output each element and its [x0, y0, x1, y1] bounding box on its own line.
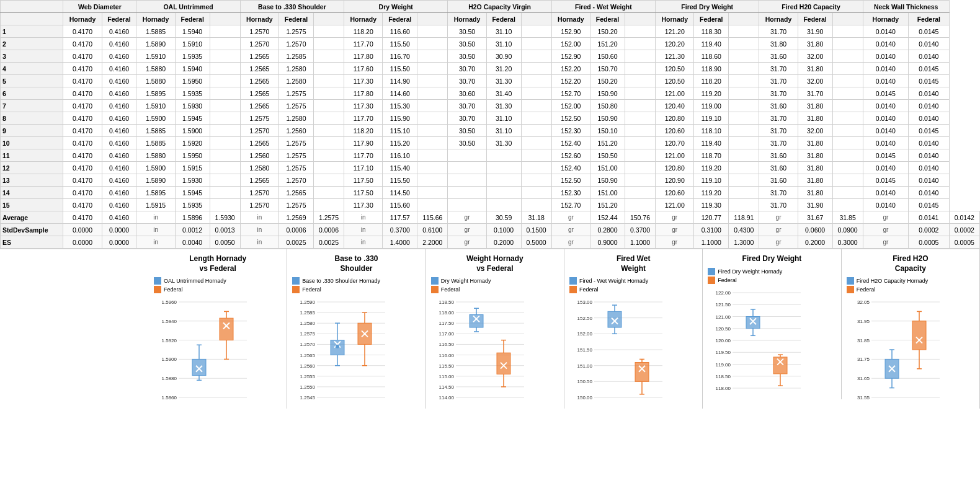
- dry-federal-subheader: Federal: [383, 13, 417, 25]
- neck-hornady-subheader: Hornady: [863, 13, 908, 25]
- table-cell: 117.70: [344, 149, 383, 162]
- table-row: 10.41700.41601.58851.59401.25701.2575118…: [1, 25, 980, 38]
- table-cell: 119.10: [694, 174, 729, 187]
- table-cell: 31.10: [486, 25, 521, 38]
- dry-unit: [417, 13, 448, 25]
- average-label: Average: [1, 211, 63, 224]
- table-cell: [729, 137, 759, 149]
- table-cell: 121.30: [656, 50, 694, 63]
- legend-item: Federal: [708, 277, 737, 284]
- table-row: 70.41700.41601.59101.59301.25651.2575117…: [1, 100, 980, 112]
- table-cell: [625, 199, 655, 211]
- table-cell: 1.2585: [279, 50, 314, 63]
- oal-unit: [210, 13, 240, 25]
- table-cell: 31.80: [798, 100, 832, 112]
- stat-cell: gr: [759, 236, 798, 249]
- table-cell: 151.00: [590, 162, 625, 174]
- table-cell: [521, 63, 551, 75]
- table-cell: [210, 112, 240, 125]
- table-cell: [729, 125, 759, 137]
- dry-weight-header: Dry Weight: [344, 1, 448, 13]
- svg-rect-85: [470, 315, 483, 328]
- table-cell: 1.5910: [136, 50, 175, 63]
- table-cell: [729, 199, 759, 211]
- chart-cell-3: Fired Wet WeightFired - Wet Weight Horna…: [564, 249, 703, 409]
- svg-text:152.00: 152.00: [577, 332, 593, 337]
- es-row: ES0.00000.0000in0.00400.0050in0.00250.00…: [1, 236, 980, 249]
- legend-color: [847, 286, 854, 293]
- table-cell: 1.5950: [175, 149, 210, 162]
- legend-item: Federal: [847, 286, 876, 293]
- corner-cell: [1, 1, 63, 13]
- table-cell: 1.2575: [279, 199, 314, 211]
- table-cell: [313, 25, 344, 38]
- table-cell: [521, 112, 551, 125]
- stat-cell: in: [240, 236, 278, 249]
- legend-color: [292, 286, 300, 293]
- row-number: 15: [1, 199, 63, 211]
- table-cell: 120.40: [656, 100, 694, 112]
- table-cell: 0.4160: [102, 199, 136, 211]
- table-cell: [210, 125, 240, 137]
- table-cell: [625, 187, 655, 199]
- legend-item: Base to .330 Shoulder Hornady: [292, 277, 380, 285]
- stat-cell: 0.4300: [729, 224, 759, 236]
- table-cell: 1.2570: [279, 38, 314, 50]
- table-cell: [832, 75, 863, 87]
- svg-text:122.00: 122.00: [716, 290, 731, 296]
- legend-item: Fired Dry Weight Hornady: [708, 268, 782, 275]
- table-cell: 1.2575: [279, 162, 314, 174]
- table-cell: 0.0145: [909, 125, 950, 137]
- chart-title-1: Base to .330 Shoulder: [292, 254, 420, 273]
- charts-section: Length Hornady vs FederalOAL Untrimmed H…: [0, 249, 980, 409]
- table-cell: 31.10: [486, 38, 521, 50]
- svg-text:119.00: 119.00: [716, 361, 731, 367]
- table-cell: 1.2570: [240, 199, 278, 211]
- table-cell: 0.0145: [863, 87, 908, 100]
- table-cell: 1.2565: [240, 174, 278, 187]
- chart-legend-5: Fired H2O Capacity HornadyFederal: [847, 277, 974, 294]
- table-cell: [417, 50, 448, 63]
- table-cell: [210, 25, 240, 38]
- table-cell: 0.4170: [63, 162, 102, 174]
- table-cell: 115.50: [383, 38, 417, 50]
- fireddry-federal-subheader: Federal: [694, 13, 729, 25]
- table-cell: [625, 149, 655, 162]
- table-cell: 0.0140: [909, 149, 950, 162]
- table-cell: 1.2575: [279, 137, 314, 149]
- table-cell: 1.5880: [136, 149, 175, 162]
- stat-cell: 31.85: [832, 211, 863, 224]
- svg-text:31.65: 31.65: [857, 376, 870, 381]
- legend-item: OAL Untrimmed Hornady: [154, 277, 226, 285]
- table-cell: 1.2575: [279, 25, 314, 38]
- table-cell: [625, 137, 655, 149]
- legend-item: Dry Weight Hornady: [431, 277, 491, 285]
- table-cell: 31.80: [798, 149, 832, 162]
- stat-cell: 2.2000: [417, 236, 448, 249]
- table-cell: 150.90: [590, 112, 625, 125]
- table-cell: 30.50: [448, 38, 486, 50]
- stat-cell: in: [240, 211, 278, 224]
- fireddry-hornady-subheader: Hornady: [656, 13, 694, 25]
- table-cell: [210, 38, 240, 50]
- stat-cell: 0.0006: [313, 224, 344, 236]
- table-cell: [210, 199, 240, 211]
- table-cell: 119.10: [694, 112, 729, 125]
- oal-hornady-subheader: Hornady: [136, 13, 175, 25]
- stat-cell: in: [344, 236, 383, 249]
- table-cell: 117.30: [344, 75, 383, 87]
- table-cell: 152.90: [551, 25, 590, 38]
- stat-cell: gr: [863, 224, 908, 236]
- table-cell: 31.70: [759, 199, 798, 211]
- table-cell: 120.60: [656, 125, 694, 137]
- row-number: 10: [1, 137, 63, 149]
- h2ocap-federal-subheader: Federal: [798, 13, 832, 25]
- table-cell: 0.4170: [63, 63, 102, 75]
- table-cell: [832, 112, 863, 125]
- table-cell: 1.2565: [240, 87, 278, 100]
- table-cell: [417, 199, 448, 211]
- stat-cell: gr: [863, 211, 908, 224]
- stat-cell: in: [344, 211, 383, 224]
- legend-label: Fired Dry Weight Hornady: [718, 268, 782, 275]
- table-cell: 152.30: [551, 125, 590, 137]
